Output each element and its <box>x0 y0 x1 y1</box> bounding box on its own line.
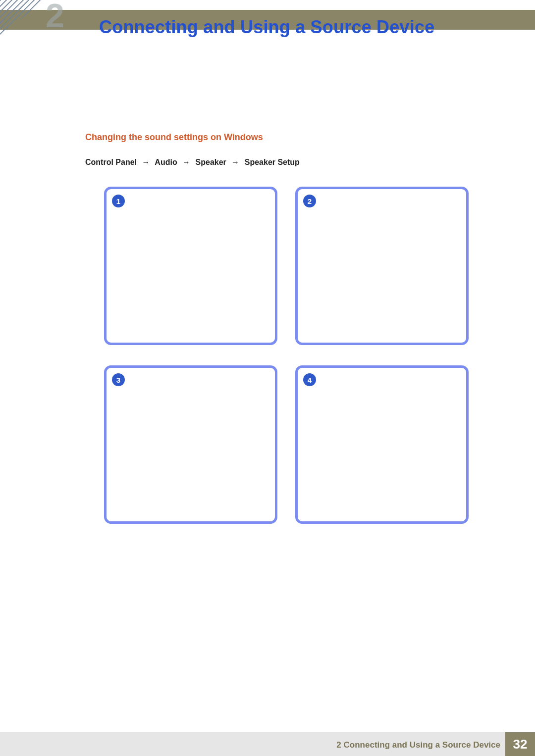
chapter-number: 2 <box>46 0 64 35</box>
breadcrumb-item: Speaker <box>196 158 226 166</box>
step-number-badge: 2 <box>303 195 316 207</box>
breadcrumb-item: Audio <box>155 158 177 166</box>
arrow-right-icon: → <box>142 158 150 166</box>
step-box: 1 <box>104 187 277 345</box>
step-box: 2 <box>295 187 469 345</box>
step-number-badge: 4 <box>303 373 316 386</box>
section-title: Changing the sound settings on Windows <box>85 132 263 143</box>
breadcrumb-item: Control Panel <box>85 158 137 166</box>
step-box: 3 <box>104 365 277 524</box>
arrow-right-icon: → <box>231 158 239 166</box>
footer-text: 2 Connecting and Using a Source Device <box>336 740 500 750</box>
arrow-right-icon: → <box>182 158 190 166</box>
step-box: 4 <box>295 365 469 524</box>
breadcrumb: Control Panel → Audio → Speaker → Speake… <box>85 158 300 167</box>
step-number-badge: 3 <box>112 373 125 386</box>
chapter-title: Connecting and Using a Source Device <box>99 17 434 38</box>
footer-page-number: 32 <box>505 732 535 756</box>
breadcrumb-item: Speaker Setup <box>245 158 300 166</box>
step-number-badge: 1 <box>112 195 125 207</box>
